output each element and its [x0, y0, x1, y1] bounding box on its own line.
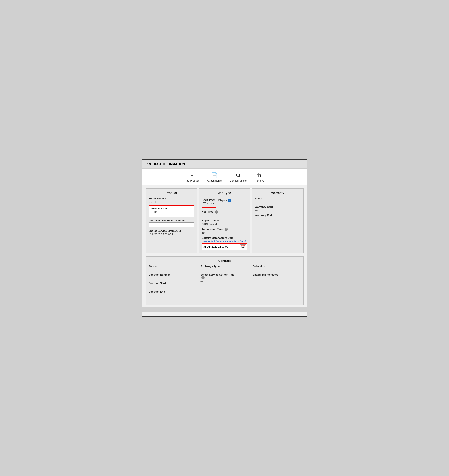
customer-ref-input[interactable]: [149, 222, 194, 227]
remove-label: Remove: [255, 179, 264, 182]
repair-center-label: Repair Center: [202, 219, 247, 222]
exchange-type-label: Exchange Type: [201, 265, 248, 268]
warranty-end-value: —: [255, 217, 300, 220]
battery-date-input-row: 31-Jul-2023 12:00:00 📅: [202, 244, 247, 250]
toolbar: + Add Product 📄 Attachments ⚙ Configurat…: [142, 169, 307, 185]
job-type-field: Job Type Warranty: [202, 197, 216, 208]
collection-label: Collection: [253, 265, 300, 268]
warranty-status-value: —: [255, 200, 300, 203]
turnaround-value: 10: [202, 231, 247, 234]
eosl-value: 11/8/2026 05:00:00 AM: [149, 233, 194, 236]
remove-button[interactable]: 🗑 Remove: [255, 172, 264, 182]
warranty-status-label: Status: [255, 197, 300, 200]
dispute-checkbox[interactable]: ✓: [228, 198, 231, 202]
net-price-value: —: [202, 214, 247, 217]
add-product-label: Add Product: [184, 179, 199, 182]
service-cutoff-info-icon: i: [201, 276, 205, 279]
contract-start-value: —: [149, 285, 197, 288]
contract-section-title: Contract: [149, 259, 300, 262]
contract-number-label: Contract Number: [149, 273, 197, 276]
contract-number-value: —: [149, 277, 197, 280]
configurations-button[interactable]: ⚙ Configurations: [230, 172, 247, 182]
battery-link[interactable]: How to find Battery Manufacture Date?: [202, 240, 247, 243]
warranty-start-value: —: [255, 209, 300, 212]
dispute-label: Dispute: [218, 199, 227, 202]
product-name-highlight-box: Product Name BTRY-: [149, 205, 194, 217]
service-cutoff-value: —: [201, 280, 248, 283]
attachments-button[interactable]: 📄 Attachments: [207, 172, 222, 182]
warranty-section: Warranty Status — Warranty Start — Warra…: [252, 188, 304, 253]
customer-ref-label: Customer Reference Number: [149, 219, 194, 222]
job-type-value: Warranty: [203, 202, 215, 204]
warranty-start-label: Warranty Start: [255, 205, 300, 208]
add-icon: +: [190, 172, 193, 178]
contract-col-2: Exchange Type — Select Service Cut-off T…: [201, 265, 248, 299]
contract-end-label: Contract End: [149, 290, 197, 293]
calendar-icon[interactable]: 📅: [240, 244, 246, 249]
contract-end-value: —: [149, 294, 197, 297]
job-type-section-title: Job Type: [202, 191, 247, 194]
warranty-section-title: Warranty: [255, 191, 300, 194]
battery-maintenance-label: Battery Maintenance: [253, 273, 300, 276]
battery-date-value: 31-Jul-2023 12:00:00: [203, 245, 228, 248]
dispute-field: Dispute ✓: [218, 198, 231, 202]
contract-status-value: —: [149, 268, 197, 271]
job-type-section: Job Type Job Type Warranty Dispute ✓ Net…: [199, 188, 250, 253]
turnaround-label: Turnaround Time i: [202, 227, 247, 231]
contract-section: Contract Status — Contract Number — Cont…: [146, 256, 304, 305]
job-type-highlight-box: Job Type Warranty: [202, 197, 216, 208]
battery-maintenance-value: —: [253, 277, 300, 280]
product-section-title: Product: [149, 191, 194, 194]
check-icon: ✓: [229, 199, 230, 202]
configurations-label: Configurations: [230, 179, 247, 182]
turnaround-info-icon: i: [224, 228, 228, 231]
product-name-value: BTRY-: [151, 210, 192, 213]
product-name-label: Product Name: [151, 207, 192, 210]
serial-number-value: UN- -1: [149, 200, 194, 203]
repair-center-value: CTDI Poland: [202, 222, 247, 226]
contract-start-label: Contract Start: [149, 282, 197, 285]
battery-mfg-label: Battery Manufacture Date: [202, 236, 247, 239]
warranty-end-label: Warranty End: [255, 214, 300, 217]
contract-grid: Status — Contract Number — Contract Star…: [149, 265, 300, 299]
configurations-icon: ⚙: [236, 172, 241, 178]
collection-value: —: [253, 268, 300, 271]
page-header: PRODUCT INFORMATION: [142, 160, 307, 169]
net-price-info-icon: i: [215, 210, 218, 214]
product-information-panel: PRODUCT INFORMATION + Add Product 📄 Atta…: [142, 159, 307, 316]
contract-col-1: Status — Contract Number — Contract Star…: [149, 265, 197, 299]
job-type-label: Job Type: [203, 198, 215, 201]
service-cutoff-label: Select Service Cut-off Time i: [201, 273, 248, 280]
contract-col-3: Collection — Battery Maintenance —: [253, 265, 300, 299]
exchange-type-value: —: [201, 268, 248, 271]
attachments-label: Attachments: [207, 179, 222, 182]
net-price-label: Net Price i: [202, 210, 247, 214]
footer-bar: [142, 307, 307, 312]
job-type-dispute-row: Job Type Warranty Dispute ✓: [202, 197, 247, 208]
main-sections-row: Product Serial Number UN- -1 Product Nam…: [142, 185, 307, 253]
attachments-icon: 📄: [211, 172, 218, 178]
add-product-button[interactable]: + Add Product: [184, 172, 199, 182]
eosl-label: End of Service Life(EOSL): [149, 229, 194, 232]
serial-number-label: Serial Number: [149, 197, 194, 200]
contract-status-label: Status: [149, 265, 197, 268]
page-title: PRODUCT INFORMATION: [146, 162, 185, 166]
remove-icon: 🗑: [257, 172, 262, 178]
product-section: Product Serial Number UN- -1 Product Nam…: [146, 188, 197, 253]
